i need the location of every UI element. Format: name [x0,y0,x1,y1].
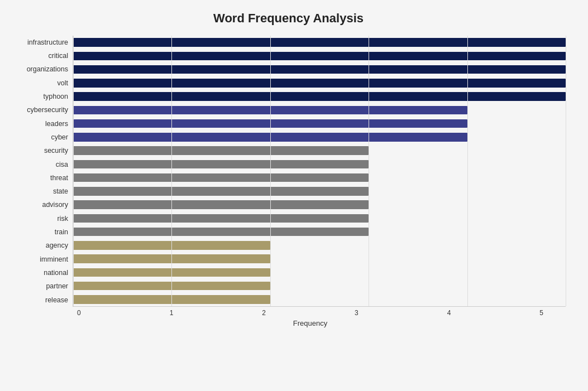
bar-row [73,157,566,171]
bar-row [73,279,566,293]
bar [73,254,270,263]
y-label: risk [58,215,68,223]
y-label: organizations [27,66,68,73]
y-label: cisa [56,161,68,168]
y-label: volt [58,80,68,87]
bar-row [73,144,566,157]
x-tick: 3 [355,309,358,317]
y-label: leaders [45,120,68,128]
bar [73,92,566,101]
bar [73,52,566,61]
bar [73,133,467,142]
bar-row [73,293,566,306]
chart-title: Word Frequency Analysis [11,11,566,26]
bar [73,241,270,250]
bar-row [73,90,566,103]
x-tick: 5 [539,309,543,317]
y-label: infrastructure [27,39,68,46]
y-label: threat [50,175,68,182]
bar [73,79,566,88]
bar [73,106,467,115]
bar-row [73,198,566,211]
y-label: release [45,297,68,304]
bar-row [73,63,566,76]
bar [73,214,369,223]
bar-row [73,131,566,144]
x-tick: 1 [170,309,174,317]
y-label: security [44,147,68,155]
x-tick: 0 [77,309,81,317]
bar-row [73,49,566,62]
y-label: cyber [51,134,68,141]
chart-container: Word Frequency Analysis infrastructurecr… [0,0,588,391]
y-label: typhoon [44,93,68,100]
bar-row [73,185,566,198]
y-label: partner [46,283,68,290]
bar-row [73,252,566,266]
bar-row [73,103,566,117]
bar [73,160,369,169]
y-label: state [53,188,68,195]
bar-row [73,211,566,225]
x-axis-ticks: 012345 [77,307,566,317]
grid-line [566,36,566,306]
y-labels: infrastructurecriticalorganizationsvoltt… [11,36,73,307]
bar [73,282,270,291]
x-tick: 4 [447,309,451,317]
bar [73,119,467,128]
bar-row [73,117,566,131]
bar [73,200,369,209]
bar-row [73,239,566,252]
y-label: critical [49,52,68,60]
x-tick: 2 [262,309,266,317]
y-label: train [55,229,68,236]
bar-row [73,266,566,279]
y-label: national [44,269,68,277]
bar-row [73,171,566,185]
bar [73,38,566,47]
bar [73,146,369,155]
y-label: imminent [40,256,68,263]
chart-area: infrastructurecriticalorganizationsvoltt… [11,36,566,307]
bar [73,295,270,304]
bar [73,173,369,182]
bar-row [73,76,566,90]
bars-area [73,36,566,307]
y-label: advisory [42,201,68,209]
bar [73,228,369,236]
bar-row [73,225,566,239]
bar [73,65,566,74]
y-label: agency [46,242,68,249]
bar [73,187,369,196]
bar-row [73,36,566,49]
x-axis-label: Frequency [77,319,543,327]
y-label: cybersecurity [27,107,68,114]
bar [73,268,270,277]
